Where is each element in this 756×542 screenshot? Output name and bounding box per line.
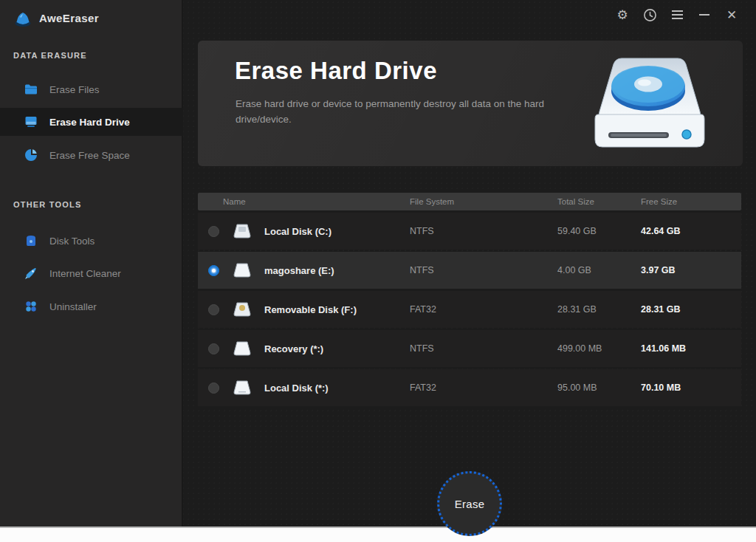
drive-total-size: 499.00 MB [557,343,641,354]
drive-icon [231,301,253,319]
drive-file-system: FAT32 [410,383,557,393]
sidebar-item-uninstaller[interactable]: Uninstaller [0,292,183,320]
app-title: AweEraser [39,12,99,24]
table-row[interactable]: Recovery (*:) NTFS 499.00 MB 141.06 MB [198,330,741,367]
drive-name: Local Disk (*:) [264,383,329,394]
screen: AweEraser DATA ERASURE Erase Files Erase… [0,0,756,542]
drive-radio[interactable] [208,343,219,354]
drive-file-system: NTFS [410,226,557,236]
disk-tools-icon [24,233,38,248]
drive-total-size: 59.40 GB [557,226,641,236]
drive-free-size: 3.97 GB [641,265,741,275]
settings-gear-icon[interactable]: ⚙ [614,7,630,23]
sidebar-item-label: Disk Tools [49,236,94,247]
table-row[interactable]: Local Disk (C:) NTFS 59.40 GB 42.64 GB [198,213,741,250]
drive-total-size: 4.00 GB [557,265,641,275]
banner: Erase Hard Drive Erase hard drive or dev… [198,41,743,166]
drive-file-system: NTFS [410,343,557,354]
sidebar-item-erase-files[interactable]: Erase Files [0,75,183,103]
minimize-icon[interactable] [696,7,712,23]
drive-table: Name File System Total Size Free Size Lo… [198,193,741,406]
drive-radio[interactable] [208,226,219,237]
table-row[interactable]: Local Disk (*:) FAT32 95.00 MB 70.10 MB [198,369,741,406]
drive-radio[interactable] [208,383,219,394]
drive-icon [231,261,253,280]
aweeraser-logo-icon [13,8,32,27]
drive-free-size: 42.64 GB [641,226,741,236]
drive-file-system: FAT32 [410,304,557,315]
drive-file-system: NTFS [410,265,557,275]
sidebar-item-erase-hard-drive[interactable]: Erase Hard Drive [0,108,183,136]
rocket-icon [24,266,38,281]
drive-icon [231,222,253,241]
drive-free-size: 28.31 GB [641,304,741,315]
drive-name: Local Disk (C:) [264,226,331,237]
drive-icon [231,340,253,358]
drive-radio[interactable] [208,265,219,276]
page-subtitle: Erase hard drive or device to permanentl… [236,97,546,128]
app-window: AweEraser DATA ERASURE Erase Files Erase… [0,0,756,526]
table-row[interactable]: magoshare (E:) NTFS 4.00 GB 3.97 GB [198,252,741,289]
sidebar-item-internet-cleaner[interactable]: Internet Cleaner [0,259,183,287]
sidebar-item-label: Erase Hard Drive [49,117,130,128]
sidebar-item-label: Erase Files [49,84,100,95]
section-other-tools: OTHER TOOLS [13,200,81,209]
page-title: Erase Hard Drive [235,57,437,85]
sidebar-item-erase-free-space[interactable]: Erase Free Space [0,141,183,169]
section-data-erasure: DATA ERASURE [13,51,87,60]
drive-radio[interactable] [208,304,219,315]
drive-free-size: 70.10 MB [641,383,741,393]
col-header-name: Name [198,197,410,206]
uninstaller-grid-icon [24,299,38,314]
menu-icon[interactable] [669,7,685,23]
sidebar-item-label: Uninstaller [49,301,97,312]
drive-name: magoshare (E:) [264,265,334,276]
drive-name: Recovery (*:) [264,343,323,354]
table-header: Name File System Total Size Free Size [198,193,741,210]
titlebar-controls: ⚙ ✕ [614,7,740,23]
col-header-file-system: File System [410,197,557,206]
close-icon[interactable]: ✕ [724,7,740,23]
hard-drive-icon [24,114,38,129]
drive-total-size: 95.00 MB [557,383,641,393]
table-row[interactable]: Removable Disk (F:) FAT32 28.31 GB 28.31… [198,291,741,328]
sidebar: AweEraser DATA ERASURE Erase Files Erase… [0,0,183,526]
app-logo: AweEraser [13,7,99,28]
sidebar-item-label: Erase Free Space [49,150,130,161]
desktop-background-strip [0,526,756,542]
sidebar-item-disk-tools[interactable]: Disk Tools [0,227,183,255]
col-header-free-size: Free Size [641,197,741,206]
col-header-total-size: Total Size [557,197,641,206]
drive-name: Removable Disk (F:) [264,304,357,315]
folder-icon [24,82,38,97]
drive-free-size: 141.06 MB [641,343,741,354]
erase-button[interactable]: Erase [437,471,502,536]
free-space-pie-icon [24,148,38,162]
drive-icon [231,379,253,397]
hard-drive-illustration [583,48,716,160]
history-clock-icon[interactable] [642,7,658,23]
drive-total-size: 28.31 GB [557,304,641,315]
sidebar-item-label: Internet Cleaner [49,268,121,279]
